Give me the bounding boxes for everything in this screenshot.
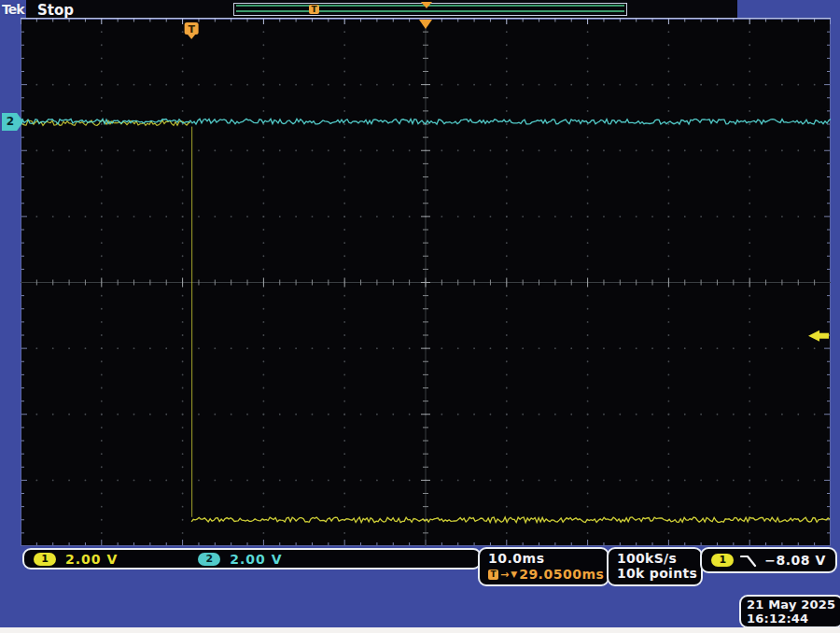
svg-text:T: T — [188, 23, 195, 35]
trigger-flag-icon: T — [488, 570, 498, 580]
falling-edge-slope-icon — [740, 554, 758, 568]
timebase-scale: 10.0ms — [488, 551, 608, 566]
trigger-readout: 1 −8.08 V — [700, 547, 837, 573]
arrow-right-icon: → — [500, 569, 509, 581]
page-edge — [0, 627, 840, 633]
horizontal-readout: 10.0ms T → ▼ 29.0500ms — [478, 547, 609, 586]
preview-trigger-position-icon — [421, 2, 432, 8]
record-length: 10k points — [617, 566, 701, 581]
date-value: 21 May 2025 — [747, 598, 840, 612]
preview-trace-line — [236, 10, 624, 12]
ch1-scale: 2.00 V — [65, 552, 118, 567]
trigger-source-badge-icon: 1 — [711, 554, 734, 567]
time-value: 16:12:44 — [747, 612, 840, 626]
ch2-scale: 2.00 V — [230, 552, 282, 567]
acquisition-readout: 100kS/s 10k points — [607, 547, 703, 586]
triangle-down-icon: ▼ — [511, 570, 517, 579]
trigger-delay-value: 29.0500ms — [519, 567, 604, 582]
channel-scale-readout: 1 2.00 V 2 2.00 V — [22, 548, 482, 570]
oscilloscope-screen: Tek Stop T T 2 1 2.00 V 2 2.00 V 10.0ms … — [0, 0, 840, 633]
ch1-badge-icon: 1 — [34, 553, 56, 566]
graticule-display: T — [21, 13, 831, 547]
ch2-badge-icon: 2 — [198, 553, 220, 566]
sample-rate: 100kS/s — [617, 551, 701, 566]
datetime-readout: 21 May 2025 16:12:44 — [739, 595, 840, 628]
trigger-delay-readout: T → ▼ 29.0500ms — [488, 567, 608, 582]
ch2-scale-group: 2 2.00 V — [198, 552, 282, 567]
trigger-level-value: −8.08 V — [764, 553, 825, 568]
